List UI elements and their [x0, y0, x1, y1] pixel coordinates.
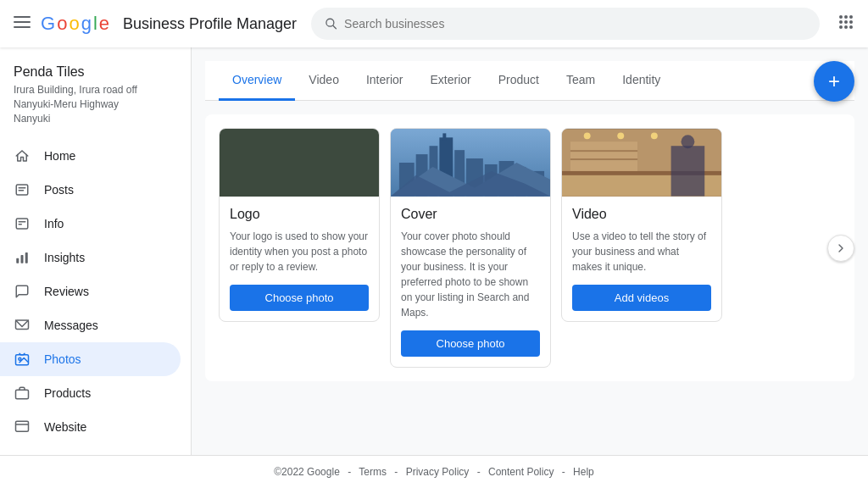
logo-card-body: Logo Your logo is used to show your iden… [220, 197, 379, 321]
add-photo-fab[interactable]: + [814, 61, 854, 102]
svg-point-65 [651, 132, 658, 139]
cards-area: Glück und Selig CAFE Logo Your logo is u… [205, 114, 854, 381]
google-logo: Google [41, 13, 109, 35]
sidebar-item-products-label: Products [44, 386, 91, 400]
sidebar-item-insights-label: Insights [44, 251, 85, 264]
info-icon [14, 215, 31, 232]
footer-privacy-link[interactable]: Privacy Policy [406, 466, 470, 478]
footer: ©2022 Google - Terms - Privacy Policy - … [0, 455, 868, 488]
home-icon [14, 147, 31, 164]
next-chevron-button[interactable] [827, 235, 854, 262]
reviews-icon [14, 283, 31, 300]
menu-icon[interactable] [14, 14, 31, 35]
svg-rect-26 [16, 391, 29, 400]
sidebar-item-posts-label: Posts [44, 183, 74, 197]
svg-rect-59 [570, 150, 637, 152]
products-icon [14, 385, 31, 402]
sidebar-item-reviews[interactable]: Reviews [0, 274, 181, 308]
footer-help-link[interactable]: Help [573, 466, 594, 478]
video-card: Video Use a video to tell the story of y… [561, 128, 722, 322]
video-card-title: Video [572, 207, 711, 222]
svg-point-7 [849, 15, 853, 19]
logo-card-title: Logo [230, 207, 369, 222]
video-card-image [562, 129, 721, 197]
footer-content-policy-link[interactable]: Content Policy [488, 466, 554, 478]
header: Google Business Profile Manager [0, 0, 868, 47]
svg-point-63 [584, 132, 591, 139]
svg-rect-22 [25, 252, 28, 263]
svg-rect-17 [16, 219, 28, 229]
sidebar-item-users[interactable]: Users [0, 444, 181, 455]
tab-identity[interactable]: Identity [609, 61, 674, 101]
svg-rect-21 [21, 255, 24, 263]
insights-icon [14, 249, 31, 266]
footer-terms-link[interactable]: Terms [359, 466, 387, 478]
sidebar-item-insights[interactable]: Insights [0, 241, 181, 274]
tab-overview[interactable]: Overview [219, 61, 295, 101]
cover-card-image [391, 129, 550, 197]
sidebar-item-home-label: Home [44, 149, 75, 163]
svg-point-64 [617, 132, 624, 139]
search-input[interactable] [344, 17, 806, 30]
svg-point-11 [839, 25, 843, 29]
website-icon [14, 419, 31, 435]
cover-choose-photo-button[interactable]: Choose photo [401, 330, 540, 357]
svg-point-62 [682, 135, 695, 148]
sidebar-item-posts[interactable]: Posts [0, 173, 181, 207]
content-area: + Overview Video Interior Exterior Produ… [192, 47, 868, 455]
tab-team[interactable]: Team [553, 61, 609, 101]
svg-point-25 [19, 358, 21, 361]
svg-point-9 [844, 20, 848, 24]
cover-card-desc: Your cover photo should showcase the per… [401, 229, 540, 320]
grid-icon[interactable] [837, 14, 854, 35]
sidebar-item-website[interactable]: Website [0, 410, 181, 444]
sidebar-item-messages[interactable]: Messages [0, 308, 181, 342]
business-info: Penda Tiles Irura Building, Irura road o… [0, 47, 191, 139]
svg-point-12 [844, 25, 848, 29]
app-title: Business Profile Manager [123, 15, 297, 33]
footer-copyright: ©2022 Google [274, 466, 340, 478]
sidebar-item-reviews-label: Reviews [44, 285, 89, 298]
video-card-desc: Use a video to tell the story of your bu… [572, 229, 711, 274]
sidebar-item-photos-label: Photos [44, 352, 81, 366]
sidebar-item-home[interactable]: Home [0, 139, 181, 173]
svg-rect-61 [671, 146, 705, 196]
messages-icon [14, 317, 31, 334]
sidebar-item-photos[interactable]: Photos [0, 342, 181, 376]
svg-point-10 [849, 20, 853, 24]
tab-exterior[interactable]: Exterior [417, 61, 485, 101]
sidebar-item-website-label: Website [44, 420, 86, 434]
tab-video[interactable]: Video [295, 61, 353, 101]
search-bar [311, 8, 820, 40]
sidebar: Penda Tiles Irura Building, Irura road o… [0, 47, 192, 455]
tab-interior[interactable]: Interior [353, 61, 417, 101]
svg-point-5 [839, 15, 843, 19]
svg-point-6 [844, 15, 848, 19]
svg-line-4 [333, 25, 337, 29]
logo-choose-photo-button[interactable]: Choose photo [230, 285, 369, 311]
svg-rect-20 [16, 258, 19, 263]
sidebar-item-info[interactable]: Info [0, 207, 181, 241]
cards-row: Glück und Selig CAFE Logo Your logo is u… [219, 128, 841, 368]
business-name: Penda Tiles [14, 64, 177, 80]
cover-card: Cover Your cover photo should showcase t… [390, 128, 551, 368]
svg-rect-58 [570, 141, 637, 171]
svg-rect-35 [231, 129, 367, 197]
sidebar-item-products[interactable]: Products [0, 376, 181, 410]
cover-card-body: Cover Your cover photo should showcase t… [391, 197, 550, 367]
cover-card-title: Cover [401, 207, 540, 222]
logo-card: Glück und Selig CAFE Logo Your logo is u… [219, 128, 380, 322]
svg-rect-2 [14, 26, 31, 28]
svg-rect-60 [570, 158, 637, 160]
add-videos-button[interactable]: Add videos [572, 285, 711, 311]
main-layout: Penda Tiles Irura Building, Irura road o… [0, 47, 868, 455]
svg-rect-46 [442, 133, 446, 140]
svg-rect-27 [16, 422, 29, 432]
sidebar-item-info-label: Info [44, 217, 64, 230]
business-address: Irura Building, Irura road off Nanyuki-M… [14, 83, 177, 125]
svg-point-8 [839, 20, 843, 24]
tab-product[interactable]: Product [485, 61, 553, 101]
svg-rect-0 [14, 16, 31, 18]
video-card-body: Video Use a video to tell the story of y… [562, 197, 721, 321]
svg-point-13 [849, 25, 853, 29]
